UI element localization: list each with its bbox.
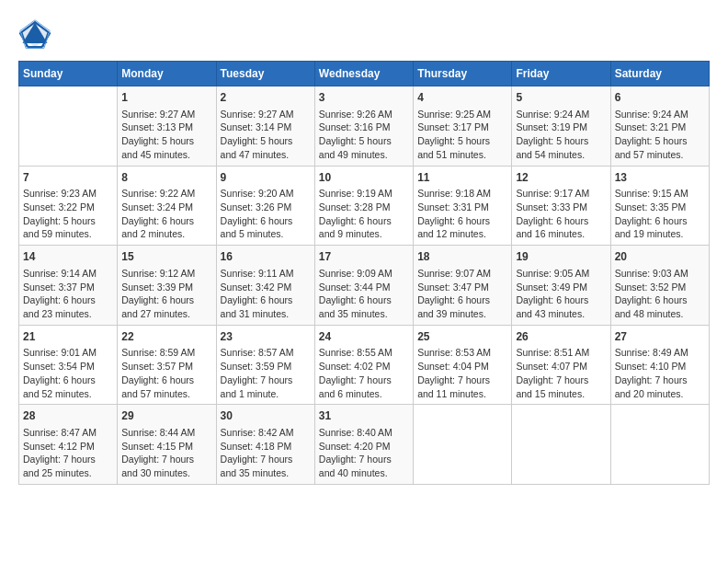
calendar-header-cell: Tuesday xyxy=(216,62,314,86)
day-info: Sunset: 3:59 PM xyxy=(221,360,311,373)
day-number: 2 xyxy=(221,90,311,106)
calendar-day-cell: 11Sunrise: 9:18 AMSunset: 3:31 PMDayligh… xyxy=(414,166,512,246)
day-info: and 23 minutes. xyxy=(23,307,113,321)
day-info: Daylight: 6 hours xyxy=(23,293,113,307)
day-info: Daylight: 6 hours xyxy=(516,214,606,228)
day-info: and 57 minutes. xyxy=(121,387,211,401)
day-number: 8 xyxy=(121,170,211,186)
day-info: and 57 minutes. xyxy=(615,148,705,162)
calendar-table: SundayMondayTuesdayWednesdayThursdayFrid… xyxy=(18,61,710,485)
calendar-header-cell: Wednesday xyxy=(314,62,413,86)
logo-icon xyxy=(18,18,51,52)
calendar-day-cell: 6Sunrise: 9:24 AMSunset: 3:21 PMDaylight… xyxy=(610,86,709,167)
day-info: Daylight: 6 hours xyxy=(221,293,311,307)
day-info: and 40 minutes. xyxy=(319,466,409,480)
day-info: and 35 minutes. xyxy=(221,466,311,480)
day-info: Sunrise: 9:01 AM xyxy=(23,346,113,360)
day-number: 28 xyxy=(23,408,113,424)
day-info: Sunrise: 8:44 AM xyxy=(121,426,211,440)
day-info: and 12 minutes. xyxy=(417,227,507,241)
day-info: and 6 minutes. xyxy=(319,387,409,401)
day-info: Sunset: 3:24 PM xyxy=(121,201,211,214)
day-info: and 1 minute. xyxy=(221,387,311,401)
day-info: and 54 minutes. xyxy=(516,148,606,162)
calendar-day-cell: 19Sunrise: 9:05 AMSunset: 3:49 PMDayligh… xyxy=(512,246,610,326)
day-info: Sunset: 3:49 PM xyxy=(516,281,606,294)
day-info: Sunrise: 8:57 AM xyxy=(221,346,311,360)
day-info: Sunset: 4:07 PM xyxy=(516,360,606,373)
calendar-day-cell: 17Sunrise: 9:09 AMSunset: 3:44 PMDayligh… xyxy=(314,246,413,326)
calendar-day-cell: 22Sunrise: 8:59 AMSunset: 3:57 PMDayligh… xyxy=(118,325,216,405)
calendar-day-cell: 20Sunrise: 9:03 AMSunset: 3:52 PMDayligh… xyxy=(610,246,709,326)
day-info: Sunrise: 8:49 AM xyxy=(615,346,705,360)
day-number: 22 xyxy=(121,329,211,345)
calendar-day-cell: 18Sunrise: 9:07 AMSunset: 3:47 PMDayligh… xyxy=(414,246,512,326)
calendar-day-cell: 27Sunrise: 8:49 AMSunset: 4:10 PMDayligh… xyxy=(610,325,709,405)
day-info: Daylight: 7 hours xyxy=(221,373,311,387)
day-info: Daylight: 6 hours xyxy=(615,214,705,228)
day-info: Sunset: 3:37 PM xyxy=(23,281,113,294)
calendar-header-cell: Thursday xyxy=(414,62,512,86)
calendar-day-cell xyxy=(512,405,610,485)
day-number: 25 xyxy=(417,329,507,345)
day-info: Daylight: 5 hours xyxy=(319,134,409,148)
day-info: and 45 minutes. xyxy=(121,148,211,162)
day-number: 19 xyxy=(516,249,606,265)
calendar-week-row: 21Sunrise: 9:01 AMSunset: 3:54 PMDayligh… xyxy=(19,325,710,405)
day-info: Daylight: 6 hours xyxy=(121,214,211,228)
day-info: Daylight: 6 hours xyxy=(417,293,507,307)
day-info: Daylight: 6 hours xyxy=(121,293,211,307)
day-info: Daylight: 7 hours xyxy=(121,453,211,466)
calendar-day-cell: 24Sunrise: 8:55 AMSunset: 4:02 PMDayligh… xyxy=(314,325,413,405)
day-number: 11 xyxy=(417,170,507,186)
calendar-day-cell: 30Sunrise: 8:42 AMSunset: 4:18 PMDayligh… xyxy=(216,405,314,485)
day-info: Daylight: 5 hours xyxy=(23,214,113,228)
calendar-header-cell: Saturday xyxy=(610,62,709,86)
day-number: 1 xyxy=(121,90,211,106)
day-info: Daylight: 5 hours xyxy=(516,134,606,148)
day-info: Sunset: 3:28 PM xyxy=(319,201,409,214)
day-info: Sunrise: 8:59 AM xyxy=(121,346,211,360)
calendar-day-cell: 1Sunrise: 9:27 AMSunset: 3:13 PMDaylight… xyxy=(118,86,216,167)
day-info: Sunset: 3:44 PM xyxy=(319,281,409,294)
day-info: and 9 minutes. xyxy=(319,227,409,241)
calendar-day-cell xyxy=(610,405,709,485)
day-info: Sunrise: 9:24 AM xyxy=(516,108,606,121)
day-info: and 39 minutes. xyxy=(417,307,507,321)
calendar-day-cell: 29Sunrise: 8:44 AMSunset: 4:15 PMDayligh… xyxy=(118,405,216,485)
day-info: Sunset: 3:16 PM xyxy=(319,121,409,134)
calendar-day-cell: 14Sunrise: 9:14 AMSunset: 3:37 PMDayligh… xyxy=(19,246,118,326)
day-info: and 51 minutes. xyxy=(417,148,507,162)
calendar-day-cell: 5Sunrise: 9:24 AMSunset: 3:19 PMDaylight… xyxy=(512,86,610,167)
calendar-day-cell: 28Sunrise: 8:47 AMSunset: 4:12 PMDayligh… xyxy=(19,405,118,485)
day-info: and 5 minutes. xyxy=(221,227,311,241)
day-info: and 35 minutes. xyxy=(319,307,409,321)
calendar-day-cell: 21Sunrise: 9:01 AMSunset: 3:54 PMDayligh… xyxy=(19,325,118,405)
day-info: Sunrise: 9:20 AM xyxy=(221,187,311,201)
day-info: Daylight: 7 hours xyxy=(23,453,113,466)
calendar-header-cell: Friday xyxy=(512,62,610,86)
day-info: Sunset: 3:31 PM xyxy=(417,201,507,214)
day-info: Sunset: 4:12 PM xyxy=(23,440,113,454)
day-info: Sunrise: 8:40 AM xyxy=(319,426,409,440)
day-number: 6 xyxy=(615,90,705,106)
day-info: and 15 minutes. xyxy=(516,387,606,401)
day-number: 3 xyxy=(319,90,409,106)
day-info: Sunrise: 9:11 AM xyxy=(221,267,311,281)
day-info: Daylight: 7 hours xyxy=(615,373,705,387)
day-info: Daylight: 6 hours xyxy=(319,214,409,228)
day-info: Sunrise: 9:19 AM xyxy=(319,187,409,201)
day-info: Sunrise: 9:09 AM xyxy=(319,267,409,281)
day-number: 14 xyxy=(23,249,113,265)
day-info: and 19 minutes. xyxy=(615,227,705,241)
day-info: Sunset: 3:17 PM xyxy=(417,121,507,134)
day-info: Daylight: 6 hours xyxy=(319,293,409,307)
day-info: Daylight: 7 hours xyxy=(417,373,507,387)
day-info: Sunrise: 9:27 AM xyxy=(121,108,211,121)
day-number: 9 xyxy=(221,170,311,186)
day-number: 10 xyxy=(319,170,409,186)
day-number: 20 xyxy=(615,249,705,265)
calendar-day-cell: 2Sunrise: 9:27 AMSunset: 3:14 PMDaylight… xyxy=(216,86,314,167)
day-info: Sunrise: 8:42 AM xyxy=(221,426,311,440)
day-info: Sunrise: 9:03 AM xyxy=(615,267,705,281)
